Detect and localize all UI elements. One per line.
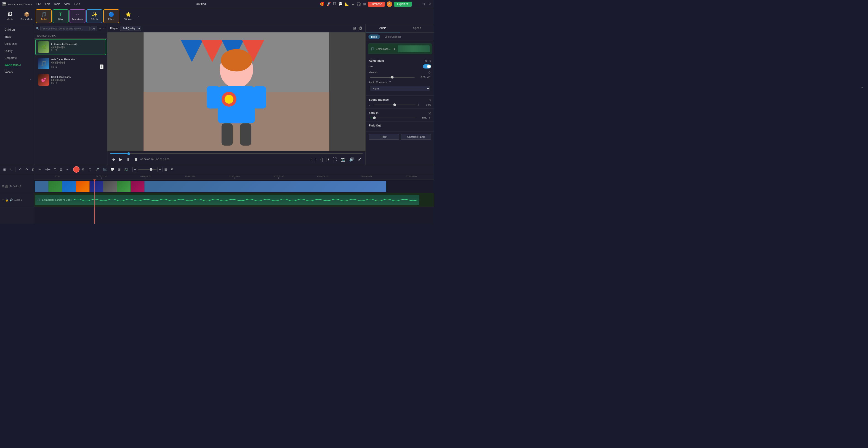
cloud-btn[interactable]: ☁ [351, 2, 355, 6]
sound-balance-thumb[interactable] [393, 103, 396, 106]
more-tools-button[interactable]: » [65, 167, 69, 172]
snapshot2-button[interactable]: 📷 [123, 167, 130, 172]
audio-item-cyber[interactable]: 🎵 Asia Cyber Federation [35, 56, 106, 71]
rewind-button[interactable]: ⏮ [110, 156, 117, 163]
audio-channels-select[interactable]: None [370, 86, 430, 91]
toolbar-more-chevron[interactable]: › [138, 14, 139, 18]
toolbar-effects[interactable]: ✨ Effects [86, 9, 102, 23]
audio-download-cyber[interactable]: ⬇ [100, 64, 103, 69]
audio-track-lock-btn[interactable]: 🔒 [5, 199, 8, 202]
subtitle-track-button[interactable]: ⊟ [117, 167, 122, 172]
stop-button[interactable]: ⏹ [132, 156, 140, 163]
sidebar-item-electronic[interactable]: Electronic [1, 40, 33, 47]
toolbar-transitions[interactable]: ↔ Transitions [69, 9, 86, 23]
template-btn[interactable]: 📐 [345, 2, 349, 6]
tab-speed[interactable]: Speed [400, 24, 434, 32]
step-forward-button[interactable]: ▶ [118, 156, 124, 163]
snapshot-button[interactable]: 📷 [339, 156, 347, 163]
image-view-button[interactable]: 🖼 [358, 26, 363, 31]
fade-in-slider[interactable] [370, 117, 416, 118]
toolbar-stock-media[interactable]: 📦 Stock Media [19, 9, 35, 23]
sound-balance-diamond-btn[interactable]: ◇ [429, 98, 431, 102]
audio-channels-help[interactable]: ? [389, 80, 391, 84]
speed-icon-btn[interactable]: 🚀 [327, 2, 331, 6]
auto-normalization-toggle[interactable] [423, 64, 431, 69]
sidebar-item-vocals[interactable]: Vocals [1, 69, 33, 76]
pip-button[interactable]: ⤢ [356, 156, 363, 163]
maximize-button[interactable]: □ [422, 2, 426, 6]
fade-in-thumb[interactable] [373, 116, 376, 119]
video-track-camera-btn[interactable]: 🎥 [5, 185, 8, 188]
split-view-button[interactable]: ⊞ [2, 167, 7, 172]
captions-button[interactable]: 💬 [109, 167, 116, 172]
timeline-layout-button[interactable]: ▼ [169, 167, 175, 172]
close-button[interactable]: ✕ [427, 2, 432, 6]
purchase-button[interactable]: Purchase [368, 2, 385, 7]
split-audio-button[interactable]: ⚙ [81, 167, 86, 172]
delete-button[interactable]: 🗑 [30, 167, 36, 172]
subtab-voice-changer[interactable]: Voice Changer [382, 34, 404, 39]
toolbar-media[interactable]: 🖼 Media [2, 9, 18, 23]
menu-view[interactable]: View [63, 2, 72, 7]
sidebar-item-world-music[interactable]: World Music [1, 62, 33, 69]
video-track-add-btn[interactable]: ⊞ [2, 185, 4, 188]
audio-search-input[interactable] [40, 26, 90, 31]
undo-button[interactable]: ↶ [18, 167, 23, 172]
toolbar-titles[interactable]: T Titles [53, 9, 68, 23]
grid-view-button[interactable]: ⊞ [352, 26, 356, 31]
audio-track-vol-btn[interactable]: 🔊 [9, 199, 13, 202]
minimize-button[interactable]: ─ [415, 2, 421, 6]
audio-track-add-btn[interactable]: ⊞ [2, 199, 4, 202]
timeline-grid-button[interactable]: ⊞ [163, 166, 168, 172]
music-button[interactable]: 🎼 [101, 167, 108, 172]
toolbar-stickers[interactable]: ⭐ Stickers [120, 9, 136, 23]
zoom-out-button[interactable]: − [132, 167, 137, 172]
trim-button[interactable]: ⊣⊢ [44, 167, 52, 172]
preview-progress-bar[interactable] [110, 153, 363, 154]
redo-button[interactable]: ↷ [24, 167, 29, 172]
export-button[interactable]: Export ▼ [394, 2, 412, 7]
pause-button[interactable]: ⏸ [125, 156, 132, 163]
volume-slider[interactable] [370, 77, 414, 78]
toolbar-audio[interactable]: 🎵 Audio [36, 9, 52, 23]
prev-frame-button[interactable]: ⟨| [319, 156, 324, 163]
menu-file[interactable]: File [35, 2, 43, 7]
sidebar-item-children[interactable]: Children [1, 26, 33, 33]
audio-button[interactable]: 🔊 [348, 156, 355, 163]
fullscreen-button[interactable]: ⛶ [331, 156, 338, 163]
adjustment-diamond-btn[interactable]: ◇ [429, 59, 431, 63]
volume-slider-thumb[interactable] [391, 76, 394, 78]
reset-button[interactable]: Reset [369, 134, 399, 140]
sidebar-item-travel[interactable]: Travel [1, 33, 33, 40]
audio-filter-button[interactable]: All [91, 26, 97, 31]
video-track-eye-btn[interactable]: 👁 [9, 185, 12, 188]
toolbar-filters[interactable]: 🔵 Filters [103, 9, 119, 23]
next-frame-button[interactable]: |⟩ [325, 156, 331, 163]
select-tool-button[interactable]: ↖ [8, 167, 14, 172]
menu-tools[interactable]: Tools [52, 2, 62, 7]
menu-help[interactable]: Help [72, 2, 82, 7]
sidebar-item-quirky[interactable]: Quirky [1, 47, 33, 54]
adjustment-reset-btn[interactable]: ↺ [425, 59, 428, 63]
crop-button[interactable]: ⊡ [59, 167, 64, 172]
keyframe-panel-button[interactable]: Keyframe Panel [401, 134, 431, 140]
audio-item-latin[interactable]: 💕 Dark Latin Sports [35, 72, 106, 88]
video-clip-main[interactable] [35, 181, 386, 192]
mic-button[interactable]: 🎤 [94, 167, 100, 172]
mark-in-button[interactable]: { [309, 156, 313, 163]
menu-edit[interactable]: Edit [43, 2, 52, 7]
apps-btn[interactable]: ⊞ [363, 2, 366, 6]
mark-out-button[interactable]: } [314, 156, 318, 163]
sidebar-collapse-button[interactable]: ‹ [29, 77, 32, 82]
record-button[interactable] [73, 166, 80, 173]
headphone-btn[interactable]: 🎧 [356, 2, 361, 6]
audio-item-samba[interactable]: 🌿 Enthusiastic Samba-AI ... [35, 39, 106, 55]
fade-in-reset-btn[interactable]: ↺ [428, 111, 431, 115]
sidebar-item-corporate[interactable]: Corporate [1, 55, 33, 61]
subtitle-btn[interactable]: 💬 [338, 2, 343, 6]
audio-more-button[interactable]: ··· [102, 27, 105, 31]
quality-select[interactable]: Full Quality [120, 26, 141, 31]
tab-audio[interactable]: Audio [366, 24, 400, 32]
voice-button[interactable]: 🛡 [87, 167, 93, 172]
gift-button[interactable]: 🎁 [320, 2, 324, 6]
